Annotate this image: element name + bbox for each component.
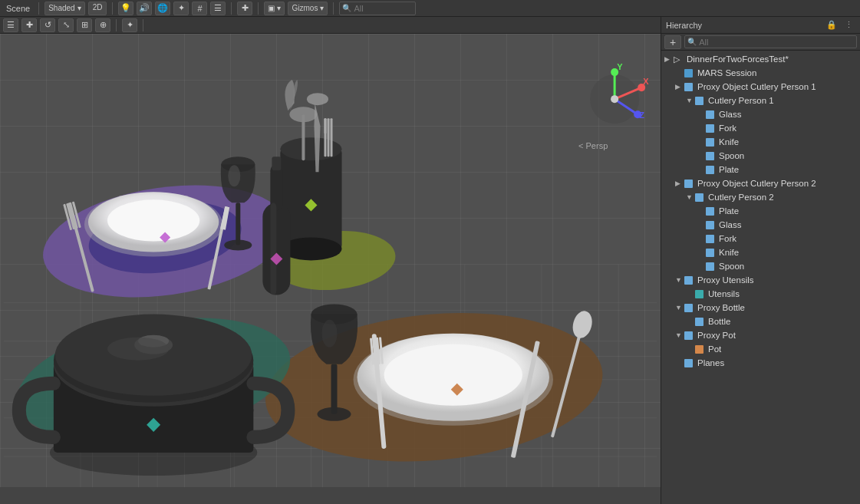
hierarchy-search-input[interactable] bbox=[684, 35, 857, 48]
tree-arrow[interactable]: ▶ bbox=[675, 83, 684, 91]
lock-btn[interactable]: 🔒 bbox=[824, 20, 839, 30]
gizmos-label: Gizmos bbox=[292, 4, 318, 12]
tree-arrow[interactable]: ▼ bbox=[686, 193, 695, 201]
tree-label: Proxy Utensils bbox=[697, 275, 842, 285]
gizmos-arrow: ▾ bbox=[320, 4, 324, 12]
tree-cube-icon bbox=[684, 359, 695, 367]
scene-toolbar: ☰ ✚ ↺ ⤡ ⊞ ⊕ ✦ bbox=[0, 17, 661, 34]
nav-icon-btn[interactable]: ☰ bbox=[210, 2, 226, 15]
tree-item-plate1[interactable]: Plate⋮ bbox=[661, 163, 860, 176]
custom-tool-btn[interactable]: ✦ bbox=[122, 18, 137, 32]
scene-label: Scene bbox=[3, 4, 33, 13]
tree-item-pot[interactable]: Pot⋮ bbox=[661, 342, 860, 356]
tree-cube-icon bbox=[706, 262, 717, 271]
tree-item-knife1[interactable]: Knife⋮ bbox=[661, 135, 860, 149]
scene-search-icon: 🔍 bbox=[342, 4, 351, 12]
tree-item-root[interactable]: ▶▷DinnerForTwoForcesTest*⋮ bbox=[661, 52, 860, 66]
tree-cube-icon bbox=[706, 249, 717, 257]
tree-item-spoon2[interactable]: Spoon⋮ bbox=[661, 259, 860, 273]
tree-item-knife2[interactable]: Knife⋮ bbox=[661, 245, 860, 259]
tree-cube-icon bbox=[684, 331, 695, 340]
svg-rect-40 bbox=[331, 118, 333, 156]
tree-item-glass2[interactable]: Glass⋮ bbox=[661, 218, 860, 232]
tree-item-fork1[interactable]: Fork⋮ bbox=[661, 121, 860, 135]
tree-cube-icon bbox=[684, 304, 695, 312]
svg-rect-45 bbox=[272, 156, 281, 170]
tree-item-glass1[interactable]: Glass⋮ bbox=[661, 107, 860, 121]
tree-label: MARS Session bbox=[697, 68, 842, 77]
tree-item-plate2[interactable]: Plate⋮ bbox=[661, 204, 860, 218]
more-btn[interactable]: ⋮ bbox=[842, 20, 855, 30]
tree-cube-icon bbox=[684, 83, 695, 91]
move-tool-btn[interactable]: ✚ bbox=[21, 18, 37, 32]
tree-item-mars[interactable]: MARS Session⋮ bbox=[661, 66, 860, 80]
transform-tool-btn[interactable]: ⊕ bbox=[95, 18, 110, 32]
tree-item-proxyBottle[interactable]: ▼Proxy Bottle⋮ bbox=[661, 301, 860, 315]
svg-rect-23 bbox=[236, 203, 240, 245]
tree-item-fork2[interactable]: Fork⋮ bbox=[661, 232, 860, 245]
tree-item-utensils[interactable]: Utensils⋮ bbox=[661, 287, 860, 301]
tree-cube-icon bbox=[706, 235, 717, 243]
tree-arrow[interactable]: ▼ bbox=[675, 304, 684, 311]
tree-label: DinnerForTwoForcesTest* bbox=[687, 54, 842, 64]
tree-cube-icon bbox=[695, 318, 706, 326]
tree-label: Fork bbox=[719, 124, 842, 133]
hierarchy-title: Hierarchy bbox=[666, 21, 821, 30]
tree-label: Proxy Object Cutlery Person 1 bbox=[697, 82, 842, 91]
tree-item-proxyUtensils[interactable]: ▼Proxy Utensils⋮ bbox=[661, 273, 860, 287]
hand-tool-btn[interactable]: ☰ bbox=[3, 18, 18, 32]
svg-text:Y: Y bbox=[617, 62, 623, 71]
tree-item-proxy1[interactable]: ▶Proxy Object Cutlery Person 1⋮ bbox=[661, 80, 860, 94]
svg-point-51 bbox=[321, 320, 337, 348]
tree-arrow[interactable]: ▼ bbox=[675, 331, 684, 339]
tree-label: Planes bbox=[697, 358, 842, 367]
tree-item-cutlery1[interactable]: ▼Cutlery Person 1⋮ bbox=[661, 94, 860, 107]
svg-rect-41 bbox=[324, 118, 326, 133]
tree-label: Bottle bbox=[708, 317, 842, 326]
main-area: ☰ ✚ ↺ ⤡ ⊞ ⊕ ✦ bbox=[0, 17, 860, 504]
move-icon-btn[interactable]: ✚ bbox=[237, 2, 252, 15]
skybox-icon-btn[interactable]: 🌐 bbox=[155, 2, 170, 15]
tree-item-proxyPot[interactable]: ▼Proxy Pot⋮ bbox=[661, 328, 860, 342]
light-icon-btn[interactable]: 💡 bbox=[118, 2, 133, 15]
view-mode-dropdown[interactable]: Shaded ▾ bbox=[44, 2, 84, 15]
tree-item-bottle[interactable]: Bottle⋮ bbox=[661, 315, 860, 328]
audio-icon-btn[interactable]: 🔊 bbox=[137, 2, 152, 15]
tree-cube-icon bbox=[695, 193, 706, 202]
add-hierarchy-btn[interactable]: + bbox=[664, 35, 681, 49]
tree-item-planes[interactable]: Planes⋮ bbox=[661, 356, 860, 370]
tree-cube-icon bbox=[695, 290, 706, 298]
tree-cube-icon bbox=[684, 69, 695, 77]
scene-canvas[interactable]: X Y Z < Persp bbox=[0, 34, 661, 487]
tree-item-proxy2[interactable]: ▶Proxy Object Cutlery Person 2⋮ bbox=[661, 176, 860, 190]
sep-scene2 bbox=[143, 19, 143, 31]
scene-section: Scene bbox=[3, 4, 33, 13]
tree-arrow[interactable]: ▼ bbox=[686, 97, 695, 104]
scale-tool-btn[interactable]: ⤡ bbox=[58, 18, 74, 32]
fx-icon-btn[interactable]: ✦ bbox=[173, 2, 189, 15]
tree-label: Cutlery Person 1 bbox=[708, 96, 842, 105]
tree-arrow[interactable]: ▼ bbox=[675, 276, 684, 284]
tree-arrow[interactable]: ▶ bbox=[675, 180, 684, 187]
grid-icon-btn[interactable]: # bbox=[192, 2, 207, 15]
tree-label: Proxy Pot bbox=[697, 331, 842, 340]
2d-btn[interactable]: 2D bbox=[88, 2, 107, 15]
hierarchy-panel: Hierarchy 🔒 ⋮ + 🔍 ▶▷DinnerForTwoForcesTe… bbox=[661, 17, 860, 504]
rotate-tool-btn[interactable]: ↺ bbox=[40, 18, 55, 32]
gizmos-dropdown[interactable]: Gizmos ▾ bbox=[288, 2, 328, 15]
tree-arrow[interactable]: ▶ bbox=[664, 55, 674, 63]
svg-point-84 bbox=[611, 95, 618, 103]
sep1 bbox=[38, 2, 39, 15]
tree-label: Glass bbox=[719, 220, 842, 229]
tree-cube-icon bbox=[706, 152, 717, 160]
svg-text:Z: Z bbox=[639, 110, 644, 120]
camera-dropdown[interactable]: ▣ ▾ bbox=[264, 2, 285, 15]
sep3 bbox=[231, 2, 232, 15]
tree-item-spoon1[interactable]: Spoon⋮ bbox=[661, 149, 860, 163]
tree-label: Glass bbox=[719, 110, 842, 119]
view-mode-label: Shaded bbox=[48, 4, 74, 12]
rect-tool-btn[interactable]: ⊞ bbox=[77, 18, 92, 32]
hierarchy-toolbar: + 🔍 bbox=[661, 34, 860, 51]
tree-label: Cutlery Person 2 bbox=[708, 193, 842, 202]
tree-item-cutlery2[interactable]: ▼Cutlery Person 2⋮ bbox=[661, 190, 860, 204]
